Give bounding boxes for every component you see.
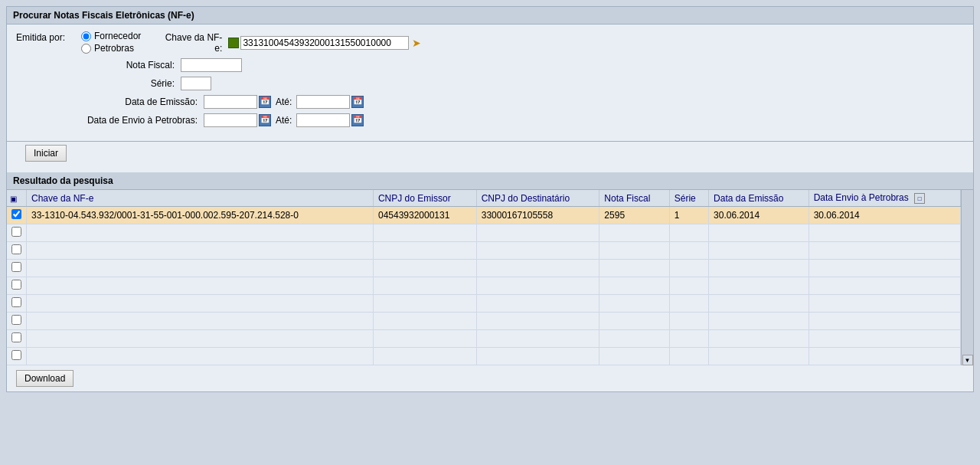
results-title-text: Resultado da pesquisa <box>13 175 113 186</box>
data-envio-cal-icon[interactable] <box>259 114 271 126</box>
search-form: Emitida por: Fornecedor Petrobras Chave … <box>7 25 973 142</box>
chave-input[interactable] <box>240 36 409 50</box>
fornecedor-radio[interactable] <box>81 31 91 41</box>
results-table: ▣ Chave da NF-e CNPJ do Emissor CNPJ do … <box>7 190 961 365</box>
emitida-label: Emitida por: <box>16 31 81 43</box>
row-checkbox[interactable] <box>11 315 21 325</box>
emitida-radio-group: Fornecedor Petrobras <box>81 31 141 55</box>
row-checkbox[interactable] <box>11 227 21 237</box>
table-row[interactable]: 33-1310-04.543.932/0001-31-55-001-000.00… <box>7 207 961 224</box>
nota-fiscal-input[interactable] <box>181 58 242 72</box>
data-envio-label: Data de Envio à Petrobras: <box>81 115 204 126</box>
data-envio-input[interactable] <box>204 113 257 127</box>
row-checkbox-cell[interactable] <box>7 207 27 224</box>
serie-label: Série: <box>81 78 181 89</box>
cell-chave: 33-1310-04.543.932/0001-31-55-001-000.00… <box>27 207 374 224</box>
table-row-empty <box>7 224 961 242</box>
chave-section: Chave da NF-e: ➤ <box>159 31 424 54</box>
results-table-container: ▣ Chave da NF-e CNPJ do Emissor CNPJ do … <box>7 190 973 365</box>
col-cnpj-dest[interactable]: CNPJ do Destinatário <box>476 190 599 207</box>
cell-cnpj-dest: 33000167105558 <box>476 207 599 224</box>
iniciar-row: Iniciar <box>7 142 973 172</box>
scroll-down-arrow[interactable]: ▼ <box>962 355 973 365</box>
cell-data-emissao: 30.06.2014 <box>709 207 809 224</box>
row-checkbox[interactable] <box>11 209 21 219</box>
table-row-empty <box>7 330 961 348</box>
table-header-row: ▣ Chave da NF-e CNPJ do Emissor CNPJ do … <box>7 190 961 207</box>
table-row-empty <box>7 313 961 330</box>
serie-input[interactable] <box>181 77 211 90</box>
data-emissao-cal-icon[interactable] <box>259 96 271 108</box>
data-emissao-input[interactable] <box>204 95 257 109</box>
cell-data-envio: 30.06.2014 <box>808 207 960 224</box>
data-emissao-row: Data de Emissão: Até: <box>81 95 964 109</box>
results-title: Resultado da pesquisa <box>7 172 973 190</box>
col-data-emissao[interactable]: Data da Emissão <box>709 190 809 207</box>
col-cnpj-emissor[interactable]: CNPJ do Emissor <box>373 190 476 207</box>
ate-label-1: Até: <box>276 97 292 107</box>
row-checkbox[interactable] <box>11 244 21 254</box>
petrobras-radio-row: Petrobras <box>81 43 141 54</box>
page-title: Procurar Notas Fiscais Eletrônicas (NF-e… <box>13 10 194 21</box>
table-row-empty <box>7 295 961 313</box>
nota-fiscal-row: Nota Fiscal: <box>81 58 964 72</box>
col-data-envio[interactable]: Data Envio à Petrobras □ <box>808 190 960 207</box>
fornecedor-radio-row: Fornecedor <box>81 31 141 41</box>
panel-title: Procurar Notas Fiscais Eletrônicas (NF-e… <box>7 7 973 25</box>
table-body: 33-1310-04.543.932/0001-31-55-001-000.00… <box>7 207 961 365</box>
serie-row: Série: <box>81 77 964 90</box>
col-settings-icon[interactable]: □ <box>914 193 925 204</box>
table-row-empty <box>7 260 961 277</box>
header-select-all[interactable]: ▣ <box>7 190 27 207</box>
arrow-icon[interactable]: ➤ <box>412 37 424 49</box>
cell-cnpj-emissor: 04543932000131 <box>373 207 476 224</box>
results-section: Resultado da pesquisa ▣ Chave da NF-e CN… <box>7 172 973 391</box>
col-chave[interactable]: Chave da NF-e <box>27 190 374 207</box>
scrollbar-right[interactable]: ▼ <box>961 190 973 365</box>
fornecedor-label: Fornecedor <box>94 31 141 41</box>
row-checkbox[interactable] <box>11 297 21 307</box>
download-section: Download <box>7 365 973 391</box>
table-row-empty <box>7 242 961 260</box>
nota-fiscal-label: Nota Fiscal: <box>81 60 181 70</box>
data-envio-ate-input[interactable] <box>296 113 350 127</box>
row-checkbox[interactable] <box>11 280 21 290</box>
data-envio-ate-cal-icon[interactable] <box>351 114 364 126</box>
table-row-empty <box>7 277 961 295</box>
data-emissao-ate-input[interactable] <box>296 95 350 109</box>
data-emissao-ate-cal-icon[interactable] <box>351 96 364 108</box>
chave-label: Chave da NF-e: <box>159 32 228 54</box>
row-checkbox[interactable] <box>11 332 21 342</box>
col-serie[interactable]: Série <box>669 190 708 207</box>
green-box-icon <box>228 38 239 48</box>
petrobras-label: Petrobras <box>94 43 134 54</box>
row-checkbox[interactable] <box>11 262 21 272</box>
cell-serie: 1 <box>669 207 708 224</box>
ate-label-2: Até: <box>276 115 292 126</box>
emitida-row: Emitida por: Fornecedor Petrobras Chave … <box>16 31 964 55</box>
data-emissao-label: Data de Emissão: <box>81 97 204 107</box>
iniciar-button[interactable]: Iniciar <box>25 145 67 162</box>
petrobras-radio[interactable] <box>81 44 91 54</box>
cell-nota-fiscal: 2595 <box>599 207 669 224</box>
table-row-empty <box>7 348 961 365</box>
data-envio-row: Data de Envio à Petrobras: Até: <box>81 113 964 127</box>
main-panel: Procurar Notas Fiscais Eletrônicas (NF-e… <box>6 6 974 392</box>
row-checkbox[interactable] <box>11 350 21 360</box>
col-nota-fiscal[interactable]: Nota Fiscal <box>599 190 669 207</box>
download-button[interactable]: Download <box>16 370 74 387</box>
